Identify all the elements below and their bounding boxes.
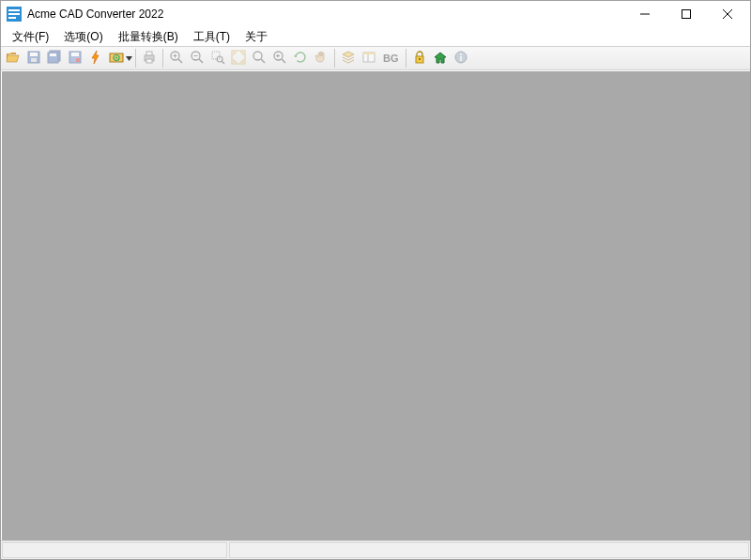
app-icon xyxy=(7,7,22,22)
print-button[interactable] xyxy=(139,48,160,68)
close-button[interactable] xyxy=(707,1,748,27)
svg-rect-9 xyxy=(30,53,38,56)
titlebar: Acme CAD Converter 2022 xyxy=(1,1,750,27)
save-alt-button[interactable] xyxy=(65,48,85,68)
menu-file[interactable]: 文件(F) xyxy=(5,27,56,47)
folder-open-icon xyxy=(6,50,21,68)
statusbar xyxy=(1,540,750,559)
zoom-out-button[interactable] xyxy=(187,48,207,68)
printer-icon xyxy=(142,50,157,68)
save-button[interactable] xyxy=(23,48,44,68)
status-pane-left xyxy=(2,542,227,558)
about-button[interactable] xyxy=(451,48,471,68)
svg-rect-39 xyxy=(363,53,375,54)
batch-convert-dropdown[interactable] xyxy=(125,55,132,62)
toolbar-separator xyxy=(162,49,163,68)
zoom-window-icon xyxy=(210,50,225,68)
maximize-button[interactable] xyxy=(666,1,707,27)
gear-box-icon xyxy=(109,50,124,68)
pan-button[interactable] xyxy=(311,48,331,68)
menu-options[interactable]: 选项(O) xyxy=(56,27,110,47)
svg-rect-45 xyxy=(460,56,462,61)
svg-line-7 xyxy=(723,9,732,19)
window-title: Acme CAD Converter 2022 xyxy=(27,8,624,21)
key-lock-icon xyxy=(412,50,427,68)
svg-rect-13 xyxy=(50,53,56,56)
toolbar: BG xyxy=(1,46,750,70)
status-pane-right xyxy=(229,542,749,558)
canvas-area[interactable] xyxy=(1,70,750,540)
svg-line-6 xyxy=(723,9,732,19)
app-window: Acme CAD Converter 2022 文件(F) 选项(O) 批量转换… xyxy=(0,0,751,560)
refresh-button[interactable] xyxy=(290,48,311,68)
zoom-in-button[interactable] xyxy=(166,48,187,68)
floppy-multi-icon xyxy=(47,50,62,68)
floppy-icon xyxy=(26,50,41,68)
lightning-icon xyxy=(88,50,103,68)
zoom-previous-icon xyxy=(272,50,287,68)
home-icon xyxy=(433,50,448,68)
background-button[interactable]: BG xyxy=(379,48,403,68)
bg-label: BG xyxy=(383,53,399,64)
layers-button[interactable] xyxy=(338,48,359,68)
svg-point-34 xyxy=(253,52,262,60)
zoom-button[interactable] xyxy=(249,48,269,68)
homepage-button[interactable] xyxy=(430,48,451,68)
svg-rect-1 xyxy=(8,9,20,11)
svg-rect-16 xyxy=(76,58,80,62)
minimize-button[interactable] xyxy=(624,1,666,27)
svg-point-44 xyxy=(460,53,462,55)
svg-line-35 xyxy=(261,59,265,63)
svg-rect-3 xyxy=(8,17,16,19)
svg-point-19 xyxy=(115,56,117,58)
svg-rect-10 xyxy=(31,58,37,62)
svg-line-37 xyxy=(282,59,285,63)
layouts-icon xyxy=(361,50,376,68)
menu-about[interactable]: 关于 xyxy=(238,27,275,47)
zoom-extents-button[interactable] xyxy=(228,48,249,68)
svg-rect-15 xyxy=(71,53,79,56)
floppy-alt-icon xyxy=(68,50,83,68)
register-button[interactable] xyxy=(409,48,430,68)
hand-icon xyxy=(314,50,329,68)
zoom-window-button[interactable] xyxy=(207,48,228,68)
info-icon xyxy=(453,50,468,68)
convert-button[interactable] xyxy=(85,48,106,68)
open-button[interactable] xyxy=(3,48,23,68)
svg-line-24 xyxy=(178,59,182,63)
toolbar-separator xyxy=(334,49,335,68)
layers-icon xyxy=(341,50,356,68)
svg-rect-2 xyxy=(8,13,20,15)
svg-rect-21 xyxy=(146,52,152,55)
zoom-extents-icon xyxy=(231,50,246,68)
svg-line-28 xyxy=(199,59,203,63)
zoom-previous-button[interactable] xyxy=(269,48,290,68)
menubar: 文件(F) 选项(O) 批量转换(B) 工具(T) 关于 xyxy=(1,27,750,46)
svg-rect-30 xyxy=(212,52,220,59)
menu-batch[interactable]: 批量转换(B) xyxy=(111,27,186,47)
save-multi-button[interactable] xyxy=(44,48,65,68)
svg-point-42 xyxy=(419,58,421,60)
toolbar-separator xyxy=(135,49,136,68)
svg-rect-5 xyxy=(682,10,691,19)
zoom-out-icon xyxy=(190,50,205,68)
refresh-icon xyxy=(293,50,308,68)
layouts-button[interactable] xyxy=(359,48,379,68)
svg-rect-22 xyxy=(146,59,152,63)
menu-tools[interactable]: 工具(T) xyxy=(186,27,238,47)
zoom-in-icon xyxy=(169,50,184,68)
window-controls xyxy=(624,1,748,27)
toolbar-separator xyxy=(406,49,406,68)
svg-line-32 xyxy=(222,61,224,64)
magnifier-icon xyxy=(252,50,267,68)
batch-convert-button[interactable] xyxy=(106,48,127,68)
